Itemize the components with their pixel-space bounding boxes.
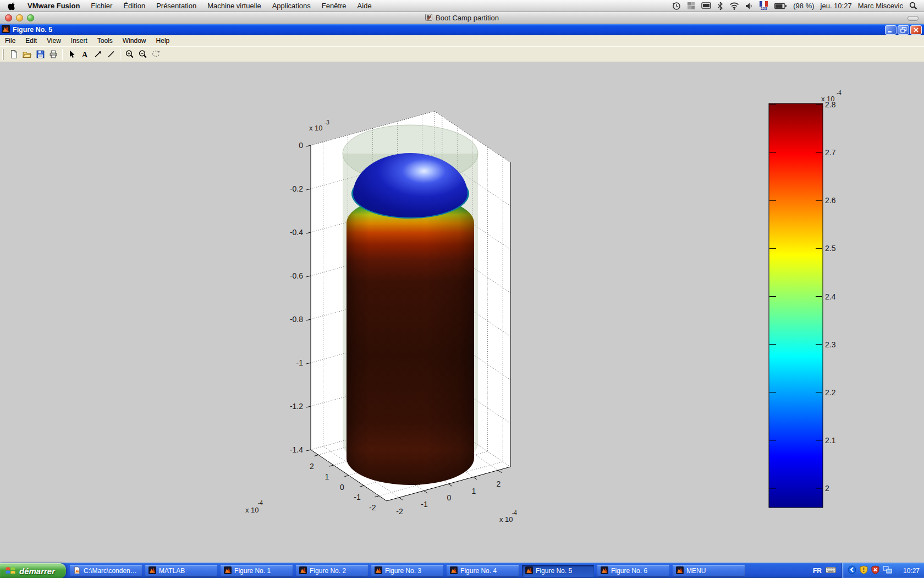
taskbar-button-c-marc-condensati-[interactable]: C:\Marc\condensati... xyxy=(70,565,142,577)
svg-text:-1.4: -1.4 xyxy=(290,445,303,454)
save-icon[interactable] xyxy=(34,48,47,61)
macos-menu-aide[interactable]: Aide xyxy=(352,0,377,12)
security-alert-shield-icon[interactable] xyxy=(871,565,879,576)
taskbar-button-figure-no-5[interactable]: Figure No. 5 xyxy=(522,565,594,577)
zoom-in-icon[interactable] xyxy=(123,48,136,61)
svg-text:A: A xyxy=(82,51,88,59)
matlab-editor-icon xyxy=(73,566,81,576)
menu-tools[interactable]: Tools xyxy=(92,35,118,46)
input-language-flag-fr[interactable]: 123 xyxy=(760,1,768,10)
macos-menubar: VMware FusionFichierÉditionPrésentationM… xyxy=(0,0,924,12)
language-indicator[interactable]: FR xyxy=(813,567,822,575)
language-bar[interactable]: FR xyxy=(807,563,842,578)
svg-text:-4: -4 xyxy=(837,90,842,96)
macos-menu-pr-sentation[interactable]: Présentation xyxy=(151,0,202,12)
svg-text:-2: -2 xyxy=(396,507,403,516)
pointer-icon[interactable] xyxy=(65,48,78,61)
taskbar-button-label: MENU xyxy=(686,567,706,575)
taskbar-button-matlab[interactable]: MATLAB xyxy=(145,565,217,577)
taskbar-button-label: Figure No. 2 xyxy=(310,567,346,575)
zoom-out-icon[interactable] xyxy=(136,48,149,61)
arrow-annotation-icon[interactable] xyxy=(91,48,105,61)
close-traffic-light[interactable] xyxy=(5,14,12,21)
taskbar-button-figure-no-1[interactable]: Figure No. 1 xyxy=(221,565,293,577)
close-button[interactable] xyxy=(910,25,922,35)
svg-text:2.6: 2.6 xyxy=(825,196,836,205)
menu-help[interactable]: Help xyxy=(151,35,175,46)
tray-clock[interactable]: 10:27 xyxy=(903,567,920,575)
svg-text:0: 0 xyxy=(447,493,452,502)
taskbar-button-label: Figure No. 4 xyxy=(460,567,497,575)
macos-menu-applications[interactable]: Applications xyxy=(267,0,316,12)
macos-menu-machine-virtuelle[interactable]: Machine virtuelle xyxy=(202,0,267,12)
taskbar-button-menu[interactable]: MENU xyxy=(673,565,745,577)
menu-file[interactable]: File xyxy=(0,35,20,46)
svg-text:2.3: 2.3 xyxy=(825,340,836,349)
svg-text:-1: -1 xyxy=(421,500,428,509)
bluetooth-icon[interactable] xyxy=(717,2,723,10)
time-machine-icon[interactable] xyxy=(672,2,681,10)
spaces-icon[interactable] xyxy=(687,2,695,10)
battery-percentage: (98 %) xyxy=(793,2,814,10)
flag-caption: 123 xyxy=(761,7,767,10)
menubar-user[interactable]: Marc Miscevic xyxy=(858,2,903,10)
restore-button[interactable] xyxy=(898,25,909,35)
colorbar: 2.82.72.62.52.42.32.22.12x 10-4 xyxy=(769,90,842,508)
start-button[interactable]: démarrer xyxy=(0,563,66,578)
menu-edit[interactable]: Edit xyxy=(20,35,42,46)
new-file-icon[interactable] xyxy=(7,48,20,61)
network-icon[interactable] xyxy=(883,566,892,576)
macos-menu-fichier[interactable]: Fichier xyxy=(85,0,118,12)
start-button-label: démarrer xyxy=(19,566,55,576)
taskbar-button-label: Figure No. 1 xyxy=(234,567,271,575)
battery-icon[interactable] xyxy=(774,3,787,9)
taskbar-button-figure-no-3[interactable]: Figure No. 3 xyxy=(371,565,443,577)
svg-text:x 10: x 10 xyxy=(245,506,259,514)
macos-menu--dition[interactable]: Édition xyxy=(118,0,151,12)
spotlight-icon[interactable] xyxy=(909,2,917,10)
open-file-icon[interactable] xyxy=(20,48,34,61)
text-label-icon[interactable]: A xyxy=(78,48,91,61)
xp-window-title: Figure No. 5 xyxy=(13,26,52,34)
minimize-traffic-light[interactable] xyxy=(16,14,23,21)
security-warning-shield-icon[interactable]: ! xyxy=(860,565,868,576)
vmware-titlebar[interactable]: Boot Camp partition xyxy=(0,12,924,24)
toolbar-grip[interactable] xyxy=(2,49,4,60)
menu-view[interactable]: View xyxy=(42,35,66,46)
wifi-icon[interactable] xyxy=(729,2,739,10)
droplet-surface xyxy=(346,153,474,485)
taskbar-buttons: C:\Marc\condensati...MATLABFigure No. 1F… xyxy=(70,563,745,578)
bootcamp-icon xyxy=(425,14,432,23)
matlab-icon xyxy=(148,566,156,576)
menubar-clock[interactable]: jeu. 10:27 xyxy=(821,2,852,10)
taskbar-button-figure-no-6[interactable]: Figure No. 6 xyxy=(597,565,669,577)
toolbar-separator xyxy=(62,49,63,60)
macos-menu-vmware-fusion[interactable]: VMware Fusion xyxy=(22,0,85,12)
svg-text:2.2: 2.2 xyxy=(825,388,836,397)
matlab-menubar: FileEditViewInsertToolsWindowHelp xyxy=(0,35,924,46)
svg-text:-1.2: -1.2 xyxy=(290,402,303,411)
draw-line-icon[interactable] xyxy=(105,48,118,61)
svg-text:!: ! xyxy=(863,567,865,573)
display-icon[interactable] xyxy=(701,2,711,10)
menu-window[interactable]: Window xyxy=(118,35,151,46)
menu-insert[interactable]: Insert xyxy=(66,35,92,46)
matlab-figure-icon xyxy=(299,566,307,576)
taskbar-button-figure-no-2[interactable]: Figure No. 2 xyxy=(296,565,368,577)
toolbar-pill-button[interactable] xyxy=(908,16,919,21)
svg-text:-0.4: -0.4 xyxy=(290,228,303,237)
svg-text:-0.8: -0.8 xyxy=(290,315,303,324)
zoom-traffic-light[interactable] xyxy=(27,14,34,21)
print-icon[interactable] xyxy=(47,48,60,61)
figure-canvas[interactable]: 2.82.72.62.52.42.32.22.12x 10-4 0-0.2-0.… xyxy=(0,62,924,563)
vmware-tray-icon[interactable] xyxy=(848,565,856,576)
keyboard-icon[interactable] xyxy=(826,566,836,575)
volume-icon[interactable] xyxy=(745,2,754,10)
apple-menu-icon[interactable] xyxy=(0,2,22,10)
macos-menu-fen-tre[interactable]: Fenêtre xyxy=(316,0,352,12)
rotate-3d-icon[interactable] xyxy=(149,48,162,61)
taskbar-button-figure-no-4[interactable]: Figure No. 4 xyxy=(447,565,519,577)
svg-text:2.7: 2.7 xyxy=(825,148,836,157)
xp-titlebar[interactable]: Figure No. 5 xyxy=(0,24,924,35)
minimize-button[interactable] xyxy=(885,25,897,35)
